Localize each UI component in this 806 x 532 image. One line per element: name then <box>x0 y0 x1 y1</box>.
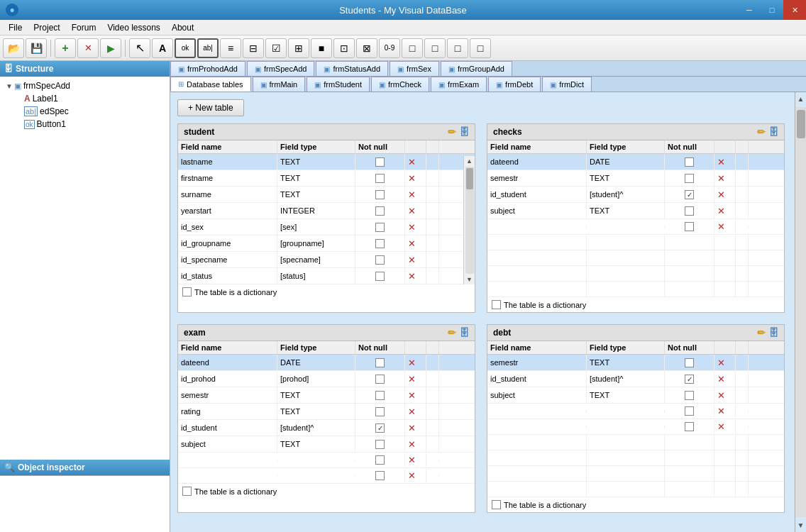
student-row-idspecname[interactable]: id_specname [specname] ✕ <box>178 252 475 268</box>
exam-row-idprohod[interactable]: id_prohod [prohod] ✕ <box>178 371 475 387</box>
exam-null-semestr[interactable] <box>355 387 405 403</box>
checks-null-subject[interactable] <box>665 203 714 218</box>
student-null-yearstart[interactable] <box>355 203 405 218</box>
student-del-lastname[interactable]: ✕ <box>405 154 426 170</box>
student-null-lastname[interactable] <box>355 154 405 170</box>
new-table-button[interactable]: + New table <box>177 99 244 116</box>
tab-frmStatusAdd[interactable]: ▣ frmStatusAdd <box>316 61 388 76</box>
text-button[interactable]: A <box>152 38 173 58</box>
debt-del-semestr[interactable]: ✕ <box>714 355 736 370</box>
student-del-idsex[interactable]: ✕ <box>405 219 426 235</box>
exam-null-dateend[interactable] <box>355 355 405 370</box>
tree-item-button1[interactable]: ok Button1 <box>3 118 167 131</box>
debt-del-subject[interactable]: ✕ <box>714 387 736 403</box>
exam-dict-checkbox[interactable]: The table is a dictionary <box>178 484 475 499</box>
student-scroll-down[interactable]: ▼ <box>466 275 473 284</box>
rect2-button[interactable]: □ <box>424 38 446 58</box>
menu-file[interactable]: File <box>3 21 28 34</box>
student-row-idstatus[interactable]: id_status [status] ✕ <box>178 268 475 284</box>
checks-del-dateend[interactable]: ✕ <box>714 154 736 170</box>
exam-dict-check[interactable] <box>182 487 192 496</box>
student-dict-checkbox[interactable]: The table is a dictionary <box>178 284 475 299</box>
scrollbar-track[interactable] <box>796 107 806 517</box>
debt-dict-checkbox[interactable]: The table is a dictionary <box>487 497 784 512</box>
tab-frmStudent[interactable]: ▣ frmStudent <box>307 77 370 92</box>
checks-edit-icon[interactable]: ✏ <box>757 126 766 138</box>
checks-row-dateend[interactable]: dateend DATE ✕ <box>487 154 784 170</box>
student-null-idgroupname[interactable] <box>355 235 405 251</box>
rect4-button[interactable]: □ <box>470 38 491 58</box>
maximize-button[interactable]: □ <box>761 0 783 20</box>
student-null-idspecname[interactable] <box>355 252 405 267</box>
checks-null-dateend[interactable] <box>665 154 714 170</box>
debt-row-idstudent[interactable]: id_student [student]^ ✓ ✕ <box>487 371 784 387</box>
checks-row-subject[interactable]: subject TEXT ✕ <box>487 203 784 219</box>
tab-frmProhodAdd[interactable]: ▣ frmProhodAdd <box>170 61 245 76</box>
student-del-idspecname[interactable]: ✕ <box>405 252 426 267</box>
checks-del-semestr[interactable]: ✕ <box>714 170 736 186</box>
open-button[interactable]: 📂 <box>3 38 24 58</box>
checks-dict-check[interactable] <box>492 300 501 309</box>
tab-frmSpecAdd[interactable]: ▣ frmSpecAdd <box>247 61 315 76</box>
tab-frmCheck[interactable]: ▣ frmCheck <box>371 77 429 92</box>
debt-dict-check[interactable] <box>492 500 501 509</box>
student-row-lastname[interactable]: lastname TEXT ✕ <box>178 154 475 170</box>
exam-null-subject[interactable] <box>355 436 405 452</box>
object-inspector-input[interactable] <box>3 479 167 489</box>
rect3-button[interactable]: □ <box>447 38 468 58</box>
student-scroll-up[interactable]: ▲ <box>466 156 473 166</box>
tab-frmDebt[interactable]: ▣ frmDebt <box>488 77 541 92</box>
object-inspector-body[interactable] <box>0 475 170 532</box>
student-row-surname[interactable]: surname TEXT ✕ <box>178 187 475 203</box>
exam-db-icon[interactable]: 🗄 <box>459 327 469 338</box>
tab-frmGroupAdd[interactable]: ▣ frmGroupAdd <box>441 61 512 76</box>
exam-del-subject[interactable]: ✕ <box>405 436 426 452</box>
debt-null-idstudent[interactable]: ✓ <box>665 371 714 387</box>
tree-root-frmSpecAdd[interactable]: ▼ ▣ frmSpecAdd <box>3 79 167 92</box>
close-button[interactable]: ✕ <box>783 0 806 20</box>
tab-frmSex[interactable]: ▣ frmSex <box>390 61 439 76</box>
table-button[interactable]: ⊞ <box>288 38 309 58</box>
checks-row-semestr[interactable]: semestr TEXT ✕ <box>487 170 784 187</box>
menu-about[interactable]: About <box>166 21 199 34</box>
student-edit-icon[interactable]: ✏ <box>448 126 456 138</box>
student-del-yearstart[interactable]: ✕ <box>405 203 426 218</box>
exam-del-rating[interactable]: ✕ <box>405 404 426 419</box>
checks-db-icon[interactable]: 🗄 <box>768 126 778 138</box>
student-null-surname[interactable] <box>355 187 405 202</box>
exam-edit-icon[interactable]: ✏ <box>448 327 456 338</box>
debt-row-semestr[interactable]: semestr TEXT ✕ <box>487 355 784 371</box>
exam-row-dateend[interactable]: dateend DATE ✕ <box>178 355 475 371</box>
checks-null-idstudent[interactable]: ✓ <box>665 187 714 202</box>
pointer-button[interactable]: ↖ <box>129 38 150 58</box>
debt-db-icon[interactable]: 🗄 <box>768 327 778 338</box>
exam-row-rating[interactable]: rating TEXT ✕ <box>178 404 475 420</box>
exam-del-dateend[interactable]: ✕ <box>405 355 426 370</box>
checks-row-idstudent[interactable]: id_student [student]^ ✓ ✕ <box>487 187 784 203</box>
student-del-idgroupname[interactable]: ✕ <box>405 235 426 251</box>
student-null-idstatus[interactable] <box>355 268 405 284</box>
run-button[interactable]: ▶ <box>100 38 121 58</box>
exam-null-idstudent[interactable]: ✓ <box>355 420 405 436</box>
save-button[interactable]: 💾 <box>26 38 47 58</box>
scroll-down-arrow[interactable]: ▼ <box>797 519 805 532</box>
student-row-firstname[interactable]: firstname TEXT ✕ <box>178 170 475 187</box>
student-row-idsex[interactable]: id_sex [sex] ✕ <box>178 219 475 235</box>
student-dict-check[interactable] <box>182 287 192 297</box>
main-scrollbar[interactable]: ▲ ▼ <box>795 92 806 532</box>
tree-item-edSpec[interactable]: ab| edSpec <box>3 105 167 118</box>
check-button[interactable]: ☑ <box>265 38 287 58</box>
tab-database-tables[interactable]: ⊞ Database tables <box>170 77 251 92</box>
exam-del-idprohod[interactable]: ✕ <box>405 371 426 387</box>
debt-del-idstudent[interactable]: ✕ <box>714 371 736 387</box>
frame-button[interactable]: ⊡ <box>333 38 355 58</box>
list-button[interactable]: ≡ <box>220 38 241 58</box>
student-del-firstname[interactable]: ✕ <box>405 170 426 186</box>
checks-null-semestr[interactable] <box>665 170 714 186</box>
box-button[interactable]: ⊠ <box>356 38 377 58</box>
tree-item-label1[interactable]: A Label1 <box>3 92 167 105</box>
scroll-up-arrow[interactable]: ▲ <box>797 92 805 106</box>
menu-project[interactable]: Project <box>28 21 65 34</box>
exam-row-semestr[interactable]: semestr TEXT ✕ <box>178 387 475 404</box>
exam-null-rating[interactable] <box>355 404 405 419</box>
